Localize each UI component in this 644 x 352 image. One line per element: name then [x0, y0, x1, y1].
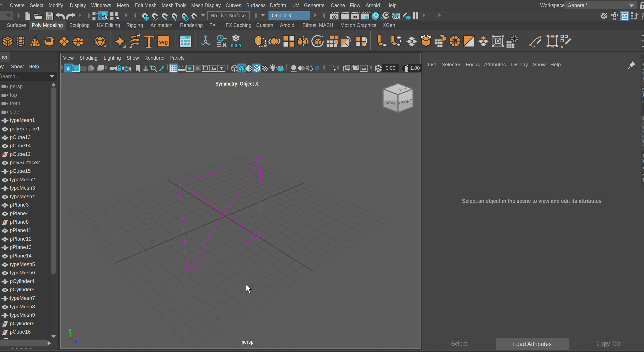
- svg-text:y: y: [68, 329, 71, 333]
- svg-text:x: x: [75, 331, 78, 336]
- svg-text:svg: svg: [159, 39, 168, 45]
- svg-text:z: z: [75, 338, 77, 344]
- svg-text:A: A: [66, 66, 70, 71]
- svg-text:0,0,0: 0,0,0: [231, 43, 241, 48]
- svg-text:x: x: [381, 15, 384, 20]
- svg-text:IPR: IPR: [352, 16, 357, 19]
- svg-text:T: T: [220, 66, 223, 71]
